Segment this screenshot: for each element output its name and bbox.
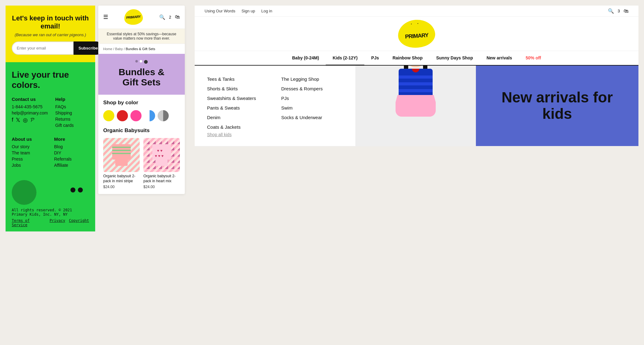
instagram-icon[interactable]: ◎ <box>23 117 28 123</box>
desktop-search-icon[interactable]: 🔍 <box>608 8 614 14</box>
mega-col-1: Tees & Tanks Shorts & Skirts Sweatshirts… <box>207 74 269 137</box>
mega-pjs[interactable]: PJs <box>281 93 343 103</box>
desktop-logo[interactable]: • • PRIMARY <box>398 20 435 48</box>
help-faqs[interactable]: FAQs <box>55 104 89 109</box>
twitter-icon[interactable]: 𝕏 <box>16 117 20 123</box>
nav-sunny-days[interactable]: Sunny Days Shop <box>429 51 480 65</box>
product-price-1: $24.00 <box>103 185 140 189</box>
mega-dresses[interactable]: Dresses & Rompers <box>281 84 343 93</box>
footer-dots <box>70 188 83 192</box>
swatch-red[interactable] <box>117 110 128 121</box>
footer-legal: All rights reserved. © 2021 Primary Kids… <box>6 205 95 231</box>
mobile-search-icon[interactable]: 🔍 <box>159 14 165 20</box>
mega-legging-shop[interactable]: The Legging Shop <box>281 74 343 84</box>
product-grid: Organic babysuit 2-pack in mini stripe $… <box>103 138 180 189</box>
product-price-2: $24.00 <box>143 185 180 189</box>
mega-socks[interactable]: Socks & Underwear <box>281 113 343 122</box>
product-image-1 <box>103 138 140 172</box>
about-press[interactable]: Press <box>12 157 47 162</box>
swatch-gray[interactable] <box>158 110 169 121</box>
desktop-header-top: Using Our Words Sign up Log in 🔍 3 🛍 <box>195 6 638 17</box>
help-returns[interactable]: Returns <box>55 117 89 122</box>
hero-dot-3 <box>144 60 148 64</box>
mega-pants-sweats[interactable]: Pants & Sweats <box>207 103 269 113</box>
desktop-cart-count[interactable]: 3 <box>618 9 620 13</box>
mobile-hero: Bundles &Gift Sets <box>98 54 185 95</box>
mega-denim[interactable]: Denim <box>207 113 269 122</box>
mega-col-2: The Legging Shop Dresses & Rompers PJs S… <box>281 74 343 137</box>
mega-menu-left: Tees & Tanks Shorts & Skirts Sweatshirts… <box>195 66 355 146</box>
right-panel: Using Our Words Sign up Log in 🔍 3 🛍 • •… <box>195 6 638 146</box>
sign-up-link[interactable]: Sign up <box>241 9 255 13</box>
mega-sweatshirts[interactable]: Sweatshirts & Sweaters <box>207 93 269 103</box>
about-title: About us <box>12 136 47 142</box>
more-diy[interactable]: DIY <box>54 150 89 155</box>
swatch-blue[interactable] <box>144 110 155 121</box>
nav-kids[interactable]: Kids (2-12Y) <box>326 51 364 66</box>
svg-text:♥ ♥: ♥ ♥ <box>157 149 163 153</box>
desktop-cart-icon[interactable]: 🛍 <box>624 8 629 14</box>
desktop-logo-area: • • PRIMARY <box>195 17 638 51</box>
mobile-menu-icon[interactable]: ☰ <box>103 14 108 20</box>
nav-new-arrivals[interactable]: New arrivals <box>480 51 519 65</box>
breadcrumb-current: Bundles & Gift Sets <box>126 47 155 51</box>
color-swatches <box>103 110 180 121</box>
email-input[interactable] <box>12 41 74 55</box>
help-shipping[interactable]: Shipping <box>55 110 89 115</box>
help-gift-cards[interactable]: Gift cards <box>55 123 89 128</box>
mega-shorts-skirts[interactable]: Shorts & Skirts <box>207 84 269 93</box>
babysuit-heart-svg: ♥ ♥ ♥ ♥ ♥ <box>149 141 174 169</box>
hero-dot-2 <box>140 60 142 63</box>
about-story[interactable]: Our story <box>12 144 47 149</box>
nav-rainbow-shop[interactable]: Rainbow Shop <box>386 51 429 65</box>
nav-sale[interactable]: 50% off <box>519 51 548 65</box>
footer-bottom-cols: About us Our story The team Press Jobs M… <box>12 136 89 169</box>
mega-menu: Tees & Tanks Shorts & Skirts Sweatshirts… <box>195 66 638 146</box>
mega-promo[interactable]: New arrivals for kids <box>476 66 638 146</box>
mobile-logo[interactable]: PRIMARY <box>124 8 143 25</box>
svg-rect-0 <box>112 144 131 160</box>
swatch-pink[interactable] <box>130 110 142 121</box>
breadcrumb-home[interactable]: Home <box>103 47 112 51</box>
terms-link[interactable]: Terms of Service <box>12 218 46 227</box>
about-team[interactable]: The team <box>12 150 47 155</box>
more-referrals[interactable]: Referrals <box>54 157 89 162</box>
footer-decoration <box>12 174 89 199</box>
nav-pjs[interactable]: PJs <box>364 51 386 65</box>
middle-panel: ☰ PRIMARY 🔍 2 🛍 Essential styles at 50% … <box>98 6 185 194</box>
mobile-cart-count[interactable]: 2 <box>169 15 171 19</box>
breadcrumb-baby[interactable]: Baby <box>115 47 123 51</box>
copyright-link[interactable]: Copyright <box>69 218 89 227</box>
svg-rect-4 <box>115 159 128 166</box>
more-affiliate[interactable]: Affiliate <box>54 163 89 168</box>
facebook-icon[interactable]: f <box>12 117 13 123</box>
using-our-words-link[interactable]: Using Our Words <box>205 9 235 13</box>
log-in-link[interactable]: Log in <box>261 9 272 13</box>
mega-promo-title: New arrivals for kids <box>491 89 623 122</box>
mobile-promo-bar: Essential styles at 50% savings—because … <box>98 29 185 44</box>
mega-shop-all[interactable]: Shop all kids <box>207 128 231 137</box>
footer-dot-1 <box>70 188 75 192</box>
email-heading: Let's keep in touch with email! <box>12 14 89 31</box>
hero-dot-1 <box>135 60 138 63</box>
product-name-2: Organic babysuit 2-pack in heart mix <box>143 174 180 183</box>
more-blog[interactable]: Blog <box>54 144 89 149</box>
product-card-2[interactable]: ♥ ♥ ♥ ♥ ♥ Organic babysuit 2-pack in hea… <box>143 138 180 189</box>
more-title: More <box>54 136 89 142</box>
swatch-yellow[interactable] <box>103 110 114 121</box>
mobile-hero-dots <box>103 60 180 64</box>
footer-circle <box>12 180 36 205</box>
pinterest-icon[interactable]: 𝓟 <box>30 117 34 123</box>
contact-phone[interactable]: 1-844-435-5675 <box>12 104 48 109</box>
mega-menu-image <box>355 66 476 146</box>
about-jobs[interactable]: Jobs <box>12 163 47 168</box>
mega-swim[interactable]: Swim <box>281 103 343 113</box>
mega-tees-tanks[interactable]: Tees & Tanks <box>207 74 269 84</box>
privacy-link[interactable]: Privacy <box>49 218 65 227</box>
social-icons: f 𝕏 ◎ 𝓟 <box>12 117 48 123</box>
help-title: Help <box>55 97 89 102</box>
mobile-cart-icon[interactable]: 🛍 <box>175 14 180 20</box>
nav-baby[interactable]: Baby (0-24M) <box>285 51 326 65</box>
contact-email[interactable]: help@primary.com <box>12 110 48 115</box>
product-card-1[interactable]: Organic babysuit 2-pack in mini stripe $… <box>103 138 140 189</box>
